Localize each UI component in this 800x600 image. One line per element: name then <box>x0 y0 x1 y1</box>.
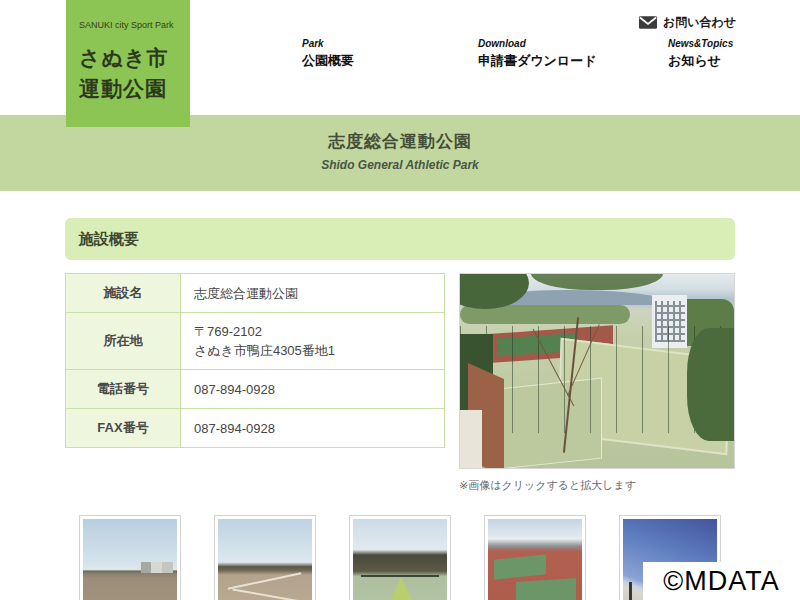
main-photo[interactable] <box>459 273 735 469</box>
facility-name-value: 志度総合運動公園 <box>181 274 445 313</box>
nav-download-en: Download <box>478 38 597 49</box>
nav-park-label: 公園概要 <box>302 52 354 70</box>
address-label: 所在地 <box>66 313 181 370</box>
phone-label: 電話番号 <box>66 370 181 409</box>
logo-title-line1: さぬき市 <box>79 42 177 73</box>
photo-column: ※画像はクリックすると拡大します <box>459 273 735 493</box>
red-green-tennis-courts-photo <box>488 519 582 600</box>
section-heading-overview: 施設概要 <box>65 218 735 260</box>
photo-zoom-note: ※画像はクリックすると拡大します <box>459 478 735 493</box>
thumbnail-tennis-courts[interactable] <box>485 516 585 600</box>
logo-tagline: SANUKI city Sport Park <box>79 20 177 30</box>
table-row: FAX番号 087-894-0928 <box>66 409 445 448</box>
fax-value: 087-894-0928 <box>181 409 445 448</box>
nav-download-label: 申請書ダウンロード <box>478 52 597 70</box>
contact-label: お問い合わせ <box>663 14 736 31</box>
baseball-field-photo <box>218 519 312 600</box>
facility-name-label: 施設名 <box>66 274 181 313</box>
nav-park-en: Park <box>302 38 354 49</box>
table-row: 電話番号 087-894-0928 <box>66 370 445 409</box>
nav-item-news[interactable]: News&Topics お知らせ <box>668 38 733 70</box>
nav-news-label: お知らせ <box>668 52 733 70</box>
dirt-ground-photo <box>83 519 177 600</box>
thumbnail-playground-court[interactable] <box>350 516 450 600</box>
park-title-en: Shido General Athletic Park <box>0 158 800 172</box>
address-value: 〒769-2102 さぬき市鴨庄4305番地1 <box>181 313 445 370</box>
thumbnail-dirt-ground[interactable] <box>80 516 180 600</box>
site-logo[interactable]: SANUKI city Sport Park さぬき市 運動公園 <box>66 0 190 127</box>
playground-slide-court-photo <box>353 519 447 600</box>
facility-info-table: 施設名 志度総合運動公園 所在地 〒769-2102 さぬき市鴨庄4305番地1… <box>65 273 445 448</box>
phone-value: 087-894-0928 <box>181 370 445 409</box>
site-header: SANUKI city Sport Park さぬき市 運動公園 お問い合わせ … <box>0 0 800 115</box>
overview-columns: 施設名 志度総合運動公園 所在地 〒769-2102 さぬき市鴨庄4305番地1… <box>65 273 735 493</box>
nav-item-download[interactable]: Download 申請書ダウンロード <box>478 38 597 70</box>
thumbnail-baseball-field[interactable] <box>215 516 315 600</box>
mdata-watermark: ©MDATA <box>643 562 800 600</box>
main-content: 施設概要 施設名 志度総合運動公園 所在地 〒769-2102 さぬき市鴨庄43… <box>65 218 735 600</box>
contact-link[interactable]: お問い合わせ <box>639 14 736 31</box>
table-row: 施設名 志度総合運動公園 <box>66 274 445 313</box>
logo-title: さぬき市 運動公園 <box>79 42 177 104</box>
nav-item-park[interactable]: Park 公園概要 <box>302 38 354 70</box>
logo-title-line2: 運動公園 <box>79 73 177 104</box>
mail-icon <box>639 16 657 29</box>
park-title: 志度総合運動公園 <box>0 130 800 153</box>
thumbnail-gallery <box>65 516 735 600</box>
nav-news-en: News&Topics <box>668 38 733 49</box>
table-row: 所在地 〒769-2102 さぬき市鴨庄4305番地1 <box>66 313 445 370</box>
fax-label: FAX番号 <box>66 409 181 448</box>
